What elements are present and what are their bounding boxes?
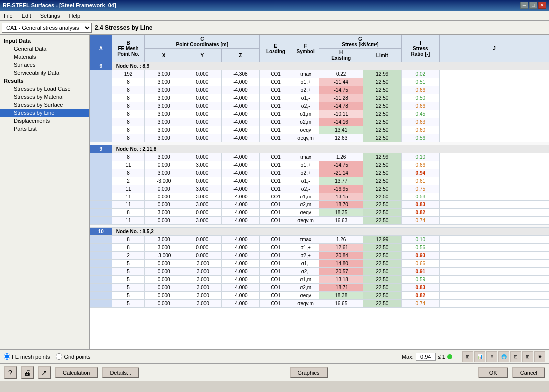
grid-radio-label[interactable]: Grid points: [56, 353, 90, 360]
window-title: RF-STEEL Surfaces - [Steel Framework_04]: [3, 2, 116, 8]
table-container[interactable]: A BFE MeshPoint No. CPoint Coordinates […: [90, 35, 549, 349]
close-button[interactable]: ✕: [538, 2, 546, 9]
chart-icon[interactable]: 📊: [474, 351, 485, 362]
sidebar-item-surfaces[interactable]: Surfaces: [0, 61, 89, 69]
sidebar-item-stresses-load-case[interactable]: Stresses by Load Case: [0, 85, 89, 93]
menu-file[interactable]: File: [2, 12, 15, 19]
help-icon[interactable]: ?: [4, 366, 17, 379]
table-icon[interactable]: ⊞: [462, 351, 473, 362]
details-button[interactable]: Details...: [102, 367, 139, 378]
table-row[interactable]: 8 3.000 0.000 -4.000 CO1 σ2,+ -14.75 22.…: [90, 86, 549, 94]
table-row[interactable]: 5 0.000 -3.000 -4.000 CO1 σ2,- -20.57 22…: [90, 268, 549, 276]
graphics-button[interactable]: Graphics: [290, 367, 328, 378]
cell-j: [440, 70, 549, 78]
menu-help[interactable]: Help: [67, 12, 82, 19]
eye-icon[interactable]: 👁: [534, 351, 545, 362]
cell-loading: CO1: [260, 153, 292, 161]
node-row: 9 Node No. : 2,11,8: [90, 145, 549, 153]
fe-mesh-radio[interactable]: [4, 353, 10, 360]
sidebar-item-serviceability[interactable]: Serviceability Data: [0, 69, 89, 77]
cell-existing: 1.26: [319, 236, 363, 244]
ca-dropdown[interactable]: CA1 - General stress analysis of: [2, 23, 92, 33]
minimize-button[interactable]: ─: [520, 2, 528, 9]
grid-radio[interactable]: [56, 353, 62, 360]
export-icon[interactable]: ↗: [38, 366, 51, 379]
print-icon[interactable]: 🖨: [21, 366, 34, 379]
table-row[interactable]: 8 3.000 0.000 -4.000 CO1 σeqv 13.41 22.5…: [90, 126, 549, 134]
cell-symbol: σ1,m: [292, 193, 319, 201]
col-j-header: J: [440, 35, 549, 62]
calculation-button[interactable]: Calculation: [55, 367, 98, 378]
table-row[interactable]: 5 0.000 -3.000 -4.000 CO1 σeqv 18.38 22.…: [90, 292, 549, 300]
table-row[interactable]: 11 0.000 3.000 -4.000 CO1 σeqv,m 16.63 2…: [90, 217, 549, 225]
cell-x: 3.000: [145, 244, 183, 252]
sidebar-item-displacements[interactable]: Displacements: [0, 117, 89, 125]
table-row[interactable]: 11 0.000 3.000 -4.000 CO1 σ2,m -18.70 22…: [90, 201, 549, 209]
table-row[interactable]: 2 -3.000 0.000 -4.000 CO1 σ1,- 13.77 22.…: [90, 177, 549, 185]
sidebar-item-parts-list[interactable]: Parts List: [0, 125, 89, 133]
table-row[interactable]: 8 3.000 0.000 -4.000 CO1 σ1,+ -11.44 22.…: [90, 78, 549, 86]
cell-mesh: 5: [112, 276, 145, 284]
cell-loading: CO1: [260, 244, 292, 252]
cell-x: 0.000: [145, 201, 183, 209]
cell-mesh: 11: [112, 185, 145, 193]
sidebar-item-stresses-line[interactable]: Stresses by Line: [0, 109, 89, 117]
cell-symbol: σ1,+: [292, 78, 319, 86]
globe-icon[interactable]: 🌐: [498, 351, 509, 362]
cell-symbol: σ1,+: [292, 244, 319, 252]
sidebar-item-general-data[interactable]: General Data: [0, 45, 89, 53]
filter-icon[interactable]: ⊞: [522, 351, 533, 362]
window-icon[interactable]: ⊡: [510, 351, 521, 362]
sidebar-section-input: Input Data: [0, 37, 89, 45]
table-row[interactable]: 8 3.000 0.000 -4.000 CO1 σ1,+ -12.61 22.…: [90, 244, 549, 252]
title-bar-buttons: ─ □ ✕: [520, 2, 546, 9]
maximize-button[interactable]: □: [529, 2, 537, 9]
sidebar-item-materials[interactable]: Materials: [0, 53, 89, 61]
cell-j: [440, 209, 549, 217]
cell-loading: CO1: [260, 86, 292, 94]
table-row[interactable]: 11 0.000 3.000 -4.000 CO1 σ2,- -16.95 22…: [90, 185, 549, 193]
table-row[interactable]: 2 -3.000 0.000 -4.000 CO1 σ2,+ -20.84 22…: [90, 252, 549, 260]
table-row[interactable]: 8 3.000 0.000 -4.000 CO1 τmax 1.26 12.99…: [90, 236, 549, 244]
table-row[interactable]: 5 0.000 -3.000 -4.000 CO1 σ1,m -13.18 22…: [90, 276, 549, 284]
table-row[interactable]: 8 3.000 0.000 -4.000 CO1 τmax 1.26 12.99…: [90, 153, 549, 161]
table-row[interactable]: 11 0.000 3.000 -4.000 CO1 σ1,+ -14.75 22…: [90, 161, 549, 169]
menu-edit[interactable]: Edit: [20, 12, 33, 19]
cell-loading: CO1: [260, 110, 292, 118]
menu-settings[interactable]: Settings: [38, 12, 62, 19]
sidebar-item-stresses-surface[interactable]: Stresses by Surface: [0, 101, 89, 109]
title-bar: RF-STEEL Surfaces - [Steel Framework_04]…: [0, 0, 549, 11]
cell-limit: 22.50: [363, 94, 401, 102]
table-row[interactable]: 11 0.000 3.000 -4.000 CO1 σ1,m -13.15 22…: [90, 193, 549, 201]
table-row[interactable]: 8 3.000 0.000 -4.000 CO1 σ2,- -14.78 22.…: [90, 102, 549, 110]
table-row[interactable]: 5 0.000 -3.000 -4.000 CO1 σeqv,m 16.65 2…: [90, 300, 549, 308]
cell-line: [90, 161, 112, 169]
sidebar-item-stresses-material[interactable]: Stresses by Material: [0, 93, 89, 101]
cell-z: -4.000: [221, 185, 260, 193]
table-row[interactable]: 8 3.000 0.000 -4.000 CO1 σ1,- -11.28 22.…: [90, 94, 549, 102]
table-row[interactable]: 8 3.000 0.000 -4.000 CO1 σ2,m -14.16 22.…: [90, 118, 549, 126]
cell-mesh: 8: [112, 94, 145, 102]
table-row[interactable]: 5 0.000 -3.000 -4.000 CO1 σ1,- -14.80 22…: [90, 260, 549, 268]
table-row[interactable]: 5 0.000 -3.000 -4.000 CO1 σ2,m -18.71 22…: [90, 284, 549, 292]
cell-loading: CO1: [260, 201, 292, 209]
cell-z: -4.000: [221, 252, 260, 260]
cell-symbol: σeqv,m: [292, 134, 319, 142]
col-stress-header: GStress [kN/cm²]: [319, 35, 401, 49]
cancel-button[interactable]: Cancel: [512, 367, 545, 378]
cell-x: 3.000: [145, 153, 183, 161]
fe-mesh-radio-label[interactable]: FE mesh points: [4, 353, 50, 360]
cell-x: 0.000: [145, 193, 183, 201]
cell-loading: CO1: [260, 185, 292, 193]
cell-j: [440, 252, 549, 260]
table-row[interactable]: 8 3.000 0.000 -4.000 CO1 σeqv 18.35 22.5…: [90, 209, 549, 217]
table-row[interactable]: 192 3.000 0.000 -4.308 CO1 τmax 0.22 12.…: [90, 70, 549, 78]
calc-icon[interactable]: ⌗: [486, 351, 497, 362]
table-row[interactable]: 8 3.000 0.000 -4.000 CO1 σ2,+ -21.14 22.…: [90, 169, 549, 177]
cell-line: [90, 78, 112, 86]
cell-symbol: σeqv,m: [292, 300, 319, 308]
cell-mesh: 2: [112, 177, 145, 185]
table-row[interactable]: 8 3.000 0.000 -4.000 CO1 σ1,m -10.11 22.…: [90, 110, 549, 118]
ok-button[interactable]: OK: [478, 367, 508, 378]
table-row[interactable]: 8 3.000 0.000 -4.000 CO1 σeqv,m 12.63 22…: [90, 134, 549, 142]
